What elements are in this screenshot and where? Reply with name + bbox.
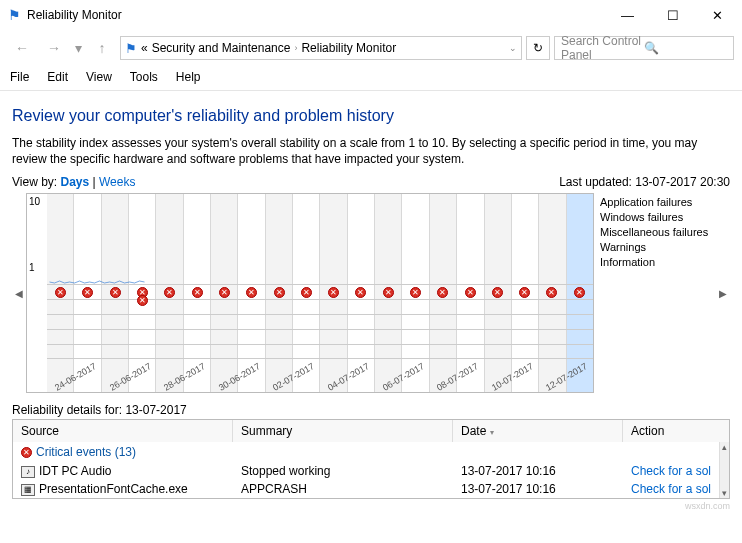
row-action-link[interactable]: Check for a sol — [623, 462, 719, 480]
row-source: IDT PC Audio — [39, 464, 111, 478]
nav-bar: ← → ▾ ↑ ⚑ « Security and Maintenance › R… — [0, 30, 742, 66]
row-date: 13-07-2017 10:16 — [453, 462, 623, 480]
col-action[interactable]: Action — [623, 420, 729, 442]
watermark: wsxdn.com — [12, 501, 730, 511]
group-critical-events[interactable]: ✕ Critical events (13) — [13, 442, 719, 462]
col-date[interactable]: Date▾ — [453, 420, 623, 442]
details-table: Source Summary Date▾ Action ✕ Critical e… — [12, 419, 730, 499]
breadcrumb[interactable]: ⚑ « Security and Maintenance › Reliabili… — [120, 36, 522, 60]
chart-legend: Application failures Windows failures Mi… — [594, 193, 716, 393]
menu-tools[interactable]: Tools — [130, 70, 158, 84]
up-button[interactable]: ↑ — [88, 34, 116, 62]
chart-scroll-right[interactable]: ▶ — [716, 193, 730, 393]
search-icon[interactable]: 🔍 — [644, 41, 727, 55]
minimize-button[interactable]: — — [605, 0, 650, 30]
page-heading: Review your computer's reliability and p… — [12, 107, 730, 125]
ytick-1: 1 — [29, 262, 35, 273]
view-row: View by: Days | Weeks Last updated: 13-0… — [12, 175, 730, 189]
table-header: Source Summary Date▾ Action — [13, 420, 729, 442]
menu-view[interactable]: View — [86, 70, 112, 84]
reliability-chart[interactable]: 10 1 ✕✕✕✕✕✕✕✕✕✕✕✕✕✕✕✕✕✕✕✕✕ 24-06-201726-… — [26, 193, 594, 393]
error-icon: ✕ — [465, 287, 476, 298]
col-source[interactable]: Source — [13, 420, 233, 442]
app-icon: ⚑ — [8, 7, 21, 23]
error-icon: ✕ — [55, 287, 66, 298]
title-bar: ⚑ Reliability Monitor — ☐ ✕ — [0, 0, 742, 30]
back-button[interactable]: ← — [8, 34, 36, 62]
menu-bar: File Edit View Tools Help — [0, 66, 742, 91]
error-icon: ✕ — [274, 287, 285, 298]
sort-indicator: ▾ — [490, 428, 494, 437]
chart-wrap: ◀ 10 1 ✕✕✕✕✕✕✕✕✕✕✕✕✕✕✕✕✕✕✕✕✕ 24-06-20172… — [12, 193, 730, 393]
window-controls: — ☐ ✕ — [605, 0, 740, 30]
history-dropdown[interactable]: ▾ — [72, 34, 84, 62]
maximize-button[interactable]: ☐ — [650, 0, 695, 30]
last-updated: Last updated: 13-07-2017 20:30 — [559, 175, 730, 189]
chevron-down-icon[interactable]: ⌄ — [509, 43, 517, 53]
window-title: Reliability Monitor — [27, 8, 605, 22]
error-icon: ✕ — [301, 287, 312, 298]
menu-file[interactable]: File — [10, 70, 29, 84]
viewby-label: View by: — [12, 175, 57, 189]
app-file-icon: ▦ — [21, 484, 35, 496]
chevron-right-icon: › — [294, 43, 297, 53]
menu-help[interactable]: Help — [176, 70, 201, 84]
error-icon: ✕ — [219, 287, 230, 298]
error-icon: ✕ — [328, 287, 339, 298]
forward-button[interactable]: → — [40, 34, 68, 62]
error-icon: ✕ — [82, 287, 93, 298]
error-icon: ✕ — [383, 287, 394, 298]
legend-information: Information — [600, 255, 716, 270]
legend-misc-failures: Miscellaneous failures — [600, 225, 716, 240]
y-axis: 10 1 — [29, 196, 40, 207]
search-placeholder: Search Control Panel — [561, 34, 644, 62]
error-icon: ✕ — [137, 295, 148, 306]
details-header: Reliability details for: 13-07-2017 — [12, 403, 730, 417]
error-icon: ✕ — [110, 287, 121, 298]
error-icon: ✕ — [546, 287, 557, 298]
event-grid: ✕✕✕✕✕✕✕✕✕✕✕✕✕✕✕✕✕✕✕✕✕ — [47, 284, 593, 359]
error-icon: ✕ — [519, 287, 530, 298]
view-days-link[interactable]: Days — [60, 175, 89, 189]
legend-app-failures: Application failures — [600, 195, 716, 210]
app-file-icon: ♪ — [21, 466, 35, 478]
scroll-down-icon[interactable]: ▾ — [722, 488, 727, 498]
error-icon: ✕ — [21, 447, 32, 458]
breadcrumb-item-reliability[interactable]: Reliability Monitor — [301, 41, 396, 55]
table-row[interactable]: ♪IDT PC Audio Stopped working 13-07-2017… — [13, 462, 719, 480]
error-icon: ✕ — [574, 287, 585, 298]
breadcrumb-root[interactable]: « — [141, 41, 148, 55]
legend-warnings: Warnings — [600, 240, 716, 255]
view-weeks-link[interactable]: Weeks — [99, 175, 135, 189]
ytick-10: 10 — [29, 196, 40, 207]
row-source: PresentationFontCache.exe — [39, 482, 188, 496]
breadcrumb-item-security[interactable]: Security and Maintenance — [152, 41, 291, 55]
table-row[interactable]: ▦PresentationFontCache.exe APPCRASH 13-0… — [13, 480, 719, 498]
legend-windows-failures: Windows failures — [600, 210, 716, 225]
menu-edit[interactable]: Edit — [47, 70, 68, 84]
close-button[interactable]: ✕ — [695, 0, 740, 30]
error-icon: ✕ — [192, 287, 203, 298]
row-date: 13-07-2017 10:16 — [453, 480, 623, 498]
error-icon: ✕ — [410, 287, 421, 298]
flag-icon: ⚑ — [125, 41, 137, 56]
col-summary[interactable]: Summary — [233, 420, 453, 442]
error-icon: ✕ — [246, 287, 257, 298]
row-action-link[interactable]: Check for a sol — [623, 480, 719, 498]
error-icon: ✕ — [492, 287, 503, 298]
row-summary: Stopped working — [233, 462, 453, 480]
table-scrollbar[interactable]: ▴▾ — [719, 442, 729, 498]
x-axis: 24-06-201726-06-201728-06-201730-06-2017… — [47, 380, 593, 390]
row-summary: APPCRASH — [233, 480, 453, 498]
chart-scroll-left[interactable]: ◀ — [12, 193, 26, 393]
refresh-button[interactable]: ↻ — [526, 36, 550, 60]
error-icon: ✕ — [355, 287, 366, 298]
scroll-up-icon[interactable]: ▴ — [722, 442, 727, 452]
error-icon: ✕ — [437, 287, 448, 298]
content-area: Review your computer's reliability and p… — [0, 91, 742, 517]
error-icon: ✕ — [164, 287, 175, 298]
page-description: The stability index assesses your system… — [12, 135, 730, 167]
group-label: Critical events (13) — [36, 445, 136, 459]
search-input[interactable]: Search Control Panel 🔍 — [554, 36, 734, 60]
